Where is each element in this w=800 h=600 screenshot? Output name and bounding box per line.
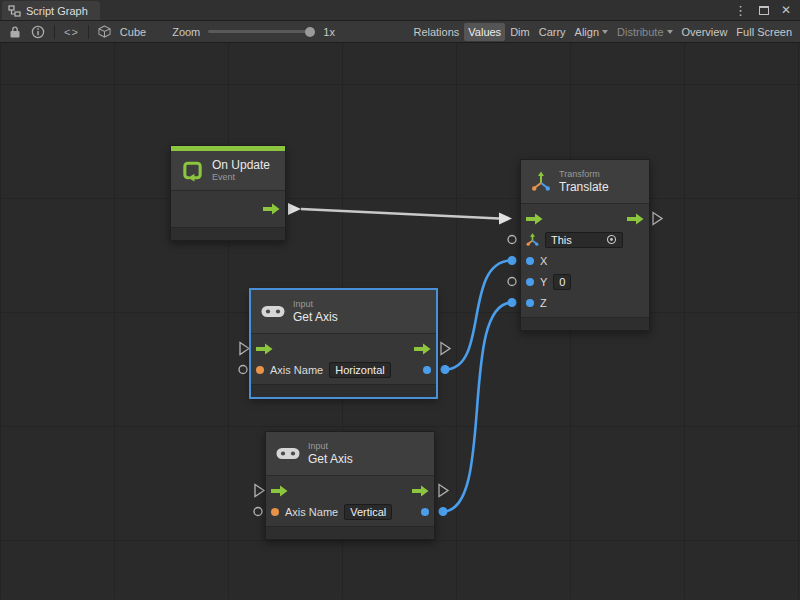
flow-output-port[interactable]: [412, 485, 429, 497]
getaxis-v-flow-in-indicator[interactable]: [255, 485, 264, 497]
node-get-axis-horizontal[interactable]: Input Get Axis Axis Name Horizontal: [250, 289, 437, 398]
chevron-down-icon: [602, 30, 608, 34]
node-footer: [171, 227, 285, 240]
relations-button[interactable]: Relations: [409, 23, 463, 41]
toolbar-separator: [88, 25, 89, 39]
dim-button[interactable]: Dim: [506, 23, 534, 41]
axis-name-row: Axis Name Vertical: [266, 501, 434, 522]
gamepad-icon: [261, 304, 285, 319]
target-object[interactable]: [93, 21, 116, 42]
graph-canvas[interactable]: On Update Event: [0, 43, 800, 599]
z-port-label: Z: [540, 297, 547, 309]
flow-row: [521, 208, 649, 229]
align-dropdown-button[interactable]: Align: [571, 23, 612, 41]
node-title: On Update: [212, 158, 270, 172]
toolbar-separator: [54, 25, 55, 39]
tab-label: Script Graph: [26, 5, 88, 17]
getaxis-h-name-port-indicator[interactable]: [239, 366, 247, 374]
flow-output-port[interactable]: [263, 203, 280, 215]
axis-name-input-port[interactable]: [271, 508, 279, 516]
getaxis-v-name-port-indicator[interactable]: [254, 508, 262, 516]
lock-button[interactable]: [4, 21, 26, 42]
result-output-port[interactable]: [423, 366, 431, 374]
node-footer: [521, 317, 649, 330]
values-button[interactable]: Values: [464, 23, 505, 41]
zoom-value: 1x: [319, 26, 339, 38]
node-title: Translate: [559, 180, 609, 194]
node-get-axis-vertical[interactable]: Input Get Axis Axis Name Vertical: [265, 431, 435, 540]
object-picker-icon[interactable]: [606, 234, 617, 245]
axis-name-row: Axis Name Horizontal: [251, 359, 436, 380]
translate-flow-out-indicator[interactable]: [653, 213, 662, 225]
port-row-z: Z: [521, 292, 649, 313]
info-button[interactable]: [26, 21, 50, 42]
close-icon[interactable]: ✕: [781, 3, 791, 17]
code-icon: <>: [64, 26, 79, 38]
node-translate[interactable]: Transform Translate: [520, 159, 650, 331]
connection-flow[interactable]: [288, 203, 512, 225]
maximize-icon[interactable]: [759, 6, 769, 15]
this-object-field[interactable]: This: [545, 232, 623, 248]
result-output-port[interactable]: [421, 508, 429, 516]
axis-name-label: Axis Name: [270, 364, 323, 376]
connection-vertical-to-z[interactable]: [439, 298, 517, 516]
script-graph-icon: [8, 5, 21, 17]
y-port-label: Y: [540, 276, 547, 288]
axis-name-field[interactable]: Horizontal: [329, 362, 391, 378]
translate-this-port-indicator[interactable]: [508, 236, 516, 244]
lock-icon: [9, 25, 21, 39]
toolbar-button-group: Relations Values Dim Carry Align Distrib…: [409, 23, 796, 41]
chevron-down-icon: [667, 30, 673, 34]
zoom-slider-handle[interactable]: [305, 27, 315, 37]
gamepad-icon: [276, 446, 300, 461]
distribute-label: Distribute: [617, 26, 663, 38]
info-icon: [31, 25, 45, 39]
node-title: Get Axis: [293, 310, 338, 324]
tab-script-graph[interactable]: Script Graph: [2, 1, 100, 20]
x-port-label: X: [540, 255, 547, 267]
values-label: Values: [468, 26, 501, 38]
zoom-slider[interactable]: [208, 30, 313, 33]
y-input-port[interactable]: [526, 278, 534, 286]
carry-button[interactable]: Carry: [535, 23, 570, 41]
object-name-label: Cube: [116, 26, 150, 38]
getaxis-v-flow-out-indicator[interactable]: [439, 485, 448, 497]
window-menu-icon[interactable]: ⋮: [734, 3, 747, 18]
code-view-button[interactable]: <>: [59, 21, 84, 42]
flow-input-port[interactable]: [256, 343, 273, 355]
getaxis-h-flow-out-indicator[interactable]: [441, 343, 450, 355]
connection-horizontal-to-x[interactable]: [441, 256, 517, 374]
cube-icon: [98, 25, 111, 38]
node-category: Input: [293, 299, 338, 310]
dim-label: Dim: [510, 26, 530, 38]
node-footer: [251, 384, 436, 397]
window-titlebar: Script Graph ⋮ ✕: [0, 0, 800, 21]
flow-output-port[interactable]: [627, 213, 644, 225]
fullscreen-button[interactable]: Full Screen: [732, 23, 796, 41]
node-on-update[interactable]: On Update Event: [170, 145, 286, 241]
window-controls: ⋮ ✕: [734, 0, 800, 20]
distribute-dropdown-button[interactable]: Distribute: [613, 23, 676, 41]
transform-icon: [531, 171, 551, 193]
getaxis-h-flow-in-indicator[interactable]: [240, 343, 249, 355]
axis-name-input-port[interactable]: [256, 366, 264, 374]
node-category: Input: [308, 441, 353, 452]
overview-button[interactable]: Overview: [678, 23, 732, 41]
flow-input-port[interactable]: [271, 485, 288, 497]
graph-toolbar: <> Cube Zoom 1x Relations Values Dim Car…: [0, 21, 800, 43]
target-row: This: [521, 229, 649, 250]
z-input-port[interactable]: [526, 299, 534, 307]
node-footer: [266, 526, 434, 539]
transform-mini-icon: [526, 233, 539, 247]
x-input-port[interactable]: [526, 257, 534, 265]
flow-input-port[interactable]: [526, 213, 543, 225]
node-category: Transform: [559, 169, 609, 180]
this-value: This: [551, 234, 572, 246]
axis-name-field[interactable]: Vertical: [344, 504, 392, 520]
y-value-field[interactable]: 0: [553, 274, 571, 290]
flow-output-port[interactable]: [414, 343, 431, 355]
node-title: Get Axis: [308, 452, 353, 466]
flow-row: [266, 480, 434, 501]
carry-label: Carry: [539, 26, 566, 38]
translate-y-port-indicator[interactable]: [508, 278, 516, 286]
